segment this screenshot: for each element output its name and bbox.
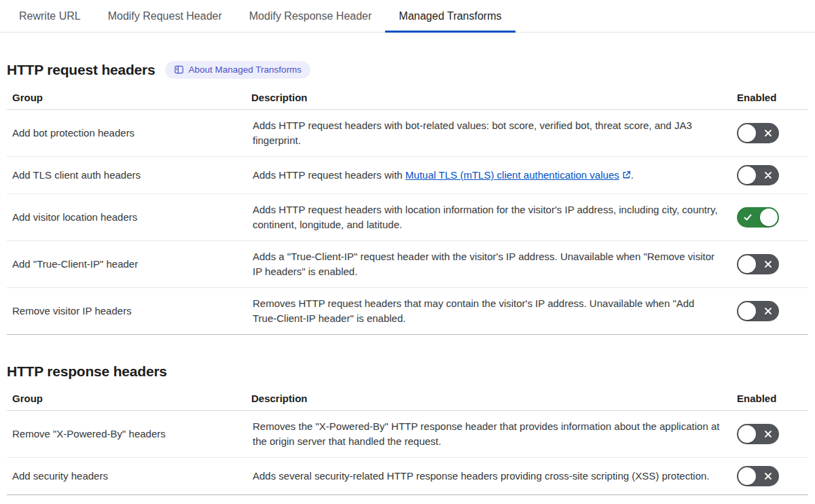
toggle-knob <box>738 467 756 485</box>
x-icon <box>763 471 773 481</box>
group-cell: Remove visitor IP headers <box>7 304 251 319</box>
group-cell: Remove "X-Powered-By" headers <box>7 427 251 442</box>
toggle-add-tls-client-auth[interactable] <box>737 165 779 185</box>
request-headers-table: Group Description Enabled Add bot protec… <box>7 88 808 335</box>
table-row: Add TLS client auth headers Adds HTTP re… <box>7 157 808 194</box>
toggle-knob <box>760 209 778 226</box>
external-link-icon <box>622 170 631 179</box>
table-header-row: Group Description Enabled <box>7 88 808 110</box>
toggle-add-bot-protection[interactable] <box>737 123 779 143</box>
column-header-group: Group <box>7 393 251 404</box>
column-header-enabled: Enabled <box>737 92 808 103</box>
toggle-knob <box>738 255 756 273</box>
badge-label: About Managed Transforms <box>189 65 302 75</box>
description-cell: Removes the "X-Powered-By" HTTP response… <box>251 419 737 449</box>
toggle-add-visitor-location[interactable] <box>737 207 779 228</box>
table-header-row: Group Description Enabled <box>7 389 808 411</box>
description-cell: Adds several security-related HTTP respo… <box>251 469 737 484</box>
group-cell: Add bot protection headers <box>7 126 251 141</box>
toggle-knob <box>738 302 756 320</box>
table-row: Remove visitor IP headers Removes HTTP r… <box>7 288 808 335</box>
response-headers-table: Group Description Enabled Remove "X-Powe… <box>7 389 808 495</box>
about-managed-transforms-link[interactable]: About Managed Transforms <box>165 61 311 79</box>
request-headers-title: HTTP request headers <box>7 62 156 78</box>
table-row: Remove "X-Powered-By" headers Removes th… <box>7 411 808 458</box>
toggle-remove-x-powered-by[interactable] <box>737 424 779 444</box>
tab-managed-transforms[interactable]: Managed Transforms <box>385 0 515 32</box>
column-header-description: Description <box>251 92 737 103</box>
toggle-knob <box>738 124 756 142</box>
tab-modify-response-header[interactable]: Modify Response Header <box>236 0 386 32</box>
description-cell: Removes HTTP request headers that may co… <box>251 296 737 326</box>
column-header-group: Group <box>7 92 251 103</box>
description-text: Adds HTTP request headers with <box>253 169 405 181</box>
table-row: Add visitor location headers Adds HTTP r… <box>7 194 808 241</box>
toggle-knob <box>738 425 756 443</box>
table-row: Add bot protection headers Adds HTTP req… <box>7 110 808 157</box>
toggle-knob <box>738 166 756 184</box>
x-icon <box>763 170 773 180</box>
toggle-remove-visitor-ip[interactable] <box>737 301 779 321</box>
tab-rewrite-url[interactable]: Rewrite URL <box>5 0 94 32</box>
description-cell: Adds HTTP request headers with Mutual TL… <box>251 168 737 183</box>
table-row: Add "True-Client-IP" header Adds a "True… <box>7 241 808 288</box>
group-cell: Add TLS client auth headers <box>7 168 251 183</box>
response-headers-title: HTTP response headers <box>7 363 167 380</box>
column-header-description: Description <box>251 393 737 404</box>
x-icon <box>763 429 773 439</box>
tab-modify-request-header[interactable]: Modify Request Header <box>94 0 236 32</box>
description-cell: Adds a "True-Client-IP" request header w… <box>251 249 737 279</box>
group-cell: Add security headers <box>7 469 251 484</box>
transform-rules-tabbar: Rewrite URL Modify Request Header Modify… <box>0 0 815 33</box>
group-cell: Add "True-Client-IP" header <box>7 257 251 272</box>
check-icon <box>743 213 753 222</box>
group-cell: Add visitor location headers <box>7 210 251 225</box>
book-icon <box>174 65 184 75</box>
mtls-docs-link[interactable]: Mutual TLS (mTLS) client authentication … <box>405 169 619 181</box>
toggle-add-true-client-ip[interactable] <box>737 254 779 274</box>
table-row: Add security headers Adds several securi… <box>7 458 808 495</box>
description-text: . <box>631 169 634 181</box>
description-cell: Adds HTTP request headers with location … <box>251 202 737 232</box>
x-icon <box>763 259 773 269</box>
x-icon <box>763 128 773 138</box>
column-header-enabled: Enabled <box>737 393 808 404</box>
x-icon <box>763 306 773 316</box>
description-cell: Adds HTTP request headers with bot-relat… <box>251 118 737 148</box>
toggle-add-security-headers[interactable] <box>737 466 779 486</box>
